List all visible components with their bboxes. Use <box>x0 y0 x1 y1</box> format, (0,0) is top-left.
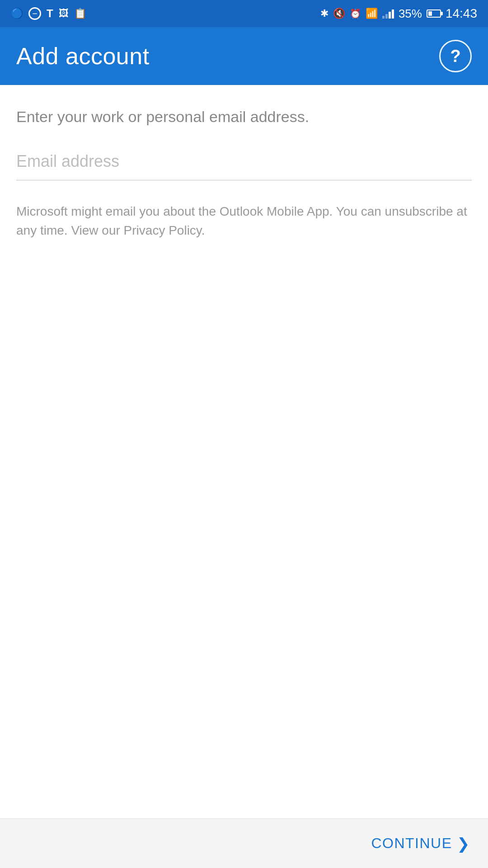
email-input-container[interactable] <box>16 148 472 180</box>
status-icons-left: 🔵 T 🖼 📋 <box>11 7 86 20</box>
status-bar: 🔵 T 🖼 📋 ✱ 🔇 ⏰ 📶 35% 14:43 <box>0 0 488 27</box>
app-bar: Add account ? <box>0 27 488 85</box>
battery-icon <box>427 9 441 18</box>
main-content: Enter your work or personal email addres… <box>0 85 488 818</box>
image-icon: 🖼 <box>59 8 69 19</box>
mute-icon: 🔇 <box>333 8 345 19</box>
t-icon: T <box>47 7 53 20</box>
battery-pct: 35% <box>399 7 422 21</box>
page-title: Add account <box>16 42 150 70</box>
privacy-text: Microsoft might email you about the Outl… <box>16 202 472 240</box>
help-button[interactable]: ? <box>439 40 472 72</box>
continue-button[interactable]: CONTINUE ❯ <box>371 835 470 853</box>
instruction-text: Enter your work or personal email addres… <box>16 107 472 127</box>
signal-icon <box>382 9 394 19</box>
continue-arrow-icon: ❯ <box>457 835 470 853</box>
minus-icon <box>28 7 41 20</box>
clipboard-icon: 📋 <box>74 8 86 19</box>
bluetooth-icon: ✱ <box>320 8 328 19</box>
alarm-icon: ⏰ <box>350 8 361 19</box>
status-time: 14:43 <box>446 6 477 21</box>
bottom-bar: CONTINUE ❯ <box>0 818 488 868</box>
continue-label: CONTINUE <box>371 835 452 852</box>
outlook-icon: 🔵 <box>11 8 23 19</box>
status-icons-right: ✱ 🔇 ⏰ 📶 35% 14:43 <box>320 6 477 21</box>
wifi-icon: 📶 <box>366 8 378 19</box>
email-input[interactable] <box>16 148 472 175</box>
